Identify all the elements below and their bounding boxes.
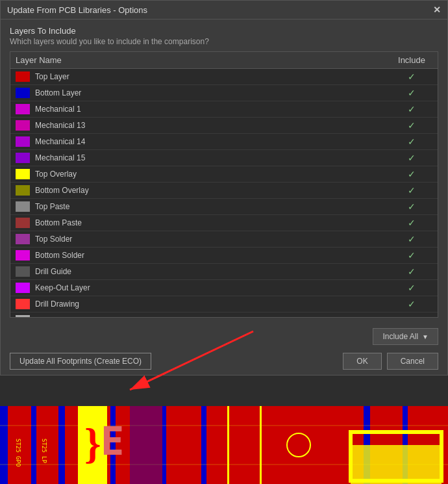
table-row: Mechanical 15✓ [10,150,438,166]
layer-color-swatch [16,315,30,318]
section-title: Layers To Include [10,26,438,36]
layer-name-cell: Top Overlay [10,166,386,183]
svg-rect-3 [58,406,65,484]
svg-text:E: E [101,418,124,464]
layer-name-text: Mechanical 14 [35,137,85,146]
layer-name-cell: Mechanical 13 [10,118,386,134]
include-checkbox[interactable]: ✓ [386,150,438,166]
include-all-button[interactable]: Include All ▼ [373,328,438,345]
table-header-row: Layer Name Include [10,52,438,69]
layer-name-text: Mechanical 15 [35,153,85,162]
include-all-wrapper: Include All ▼ [1,323,447,348]
layer-table: Layer Name Include Top Layer✓Bottom Laye… [10,52,438,318]
layer-color-swatch [16,250,30,261]
layer-name-text: Top Overlay [35,170,77,179]
layer-color-swatch [16,136,30,147]
svg-rect-2 [31,406,36,484]
layer-name-cell: Mechanical 15 [10,150,386,166]
include-checkbox[interactable]: ✓ [386,183,438,199]
layer-color-swatch [16,88,30,98]
include-checkbox[interactable]: ✓ [386,134,438,150]
layer-name-text: Mechanical 13 [35,121,85,130]
title-bar: Update From PCB Libraries - Options ✕ [1,1,447,19]
layer-color-swatch [16,120,30,131]
include-checkbox[interactable]: ✓ [386,248,438,264]
table-row: Bottom Layer✓ [10,85,438,101]
col-layer-name: Layer Name [10,52,386,69]
dropdown-arrow-icon: ▼ [422,333,429,340]
include-checkbox[interactable]: ✓ [386,280,438,296]
layer-name-text: Mechanical 1 [35,105,81,114]
layer-name-text: Drill Guide [35,267,71,276]
layer-color-swatch [16,185,30,196]
table-row: Bottom Overlay✓ [10,183,438,199]
layer-name-cell: Mechanical 1 [10,101,386,118]
layer-name-cell: Bottom Overlay [10,183,386,199]
update-footprints-button[interactable]: Update All Footprints (Create ECO) [10,353,151,370]
layer-name-text: Bottom Layer [35,88,81,97]
svg-rect-20 [260,406,262,484]
pcb-background: ST25 GPO ST25 LP E E } [0,406,448,484]
include-checkbox[interactable]: ✓ [386,85,438,101]
layer-color-swatch [16,218,30,228]
layer-name-text: Drill Drawing [35,299,79,309]
table-row: Keep-Out Layer✓ [10,280,438,296]
table-row: Multi-Layer✓ [10,312,438,318]
svg-rect-19 [227,406,229,484]
include-checkbox[interactable]: ✓ [386,215,438,231]
layer-name-cell: Top Solder [10,231,386,248]
table-row: Mechanical 14✓ [10,134,438,150]
layer-color-swatch [16,201,30,212]
layer-rows: Top Layer✓Bottom Layer✓Mechanical 1✓Mech… [10,69,438,318]
table-row: Bottom Solder✓ [10,248,438,264]
layer-name-text: Multi-Layer [35,316,73,318]
table-row: Mechanical 13✓ [10,118,438,134]
svg-rect-18 [130,406,162,484]
table-row: Top Solder✓ [10,231,438,248]
include-checkbox[interactable]: ✓ [386,69,438,85]
svg-text:}: } [84,420,101,467]
ok-cancel-buttons: OK Cancel [343,353,438,370]
close-button[interactable]: ✕ [433,5,441,15]
layer-color-swatch [16,169,30,179]
include-checkbox[interactable]: ✓ [386,312,438,318]
svg-rect-6 [201,406,206,484]
include-checkbox[interactable]: ✓ [386,199,438,215]
layer-color-swatch [16,71,30,82]
layer-name-cell: Mechanical 14 [10,134,386,150]
include-checkbox[interactable]: ✓ [386,166,438,183]
layer-color-swatch [16,266,30,277]
layer-name-text: Bottom Overlay [35,186,89,195]
svg-text:ST25 GPO: ST25 GPO [15,439,21,466]
table-row: Mechanical 1✓ [10,101,438,118]
include-all-label: Include All [382,332,418,341]
include-checkbox[interactable]: ✓ [386,101,438,118]
layer-name-text: Top Paste [35,202,69,211]
main-dialog: Update From PCB Libraries - Options ✕ La… [0,0,448,376]
svg-rect-1 [0,406,8,484]
layer-name-cell: Keep-Out Layer [10,280,386,296]
include-checkbox[interactable]: ✓ [386,231,438,248]
include-checkbox[interactable]: ✓ [386,264,438,280]
layer-name-cell: Bottom Layer [10,85,386,101]
layer-name-cell: Bottom Solder [10,248,386,264]
layer-table-container: Layer Name Include Top Layer✓Bottom Laye… [10,51,438,318]
layer-name-text: Keep-Out Layer [35,283,90,292]
layer-color-swatch [16,299,30,309]
svg-text:ST25 LP: ST25 LP [41,439,47,464]
include-checkbox[interactable]: ✓ [386,118,438,134]
layer-name-text: Top Layer [35,72,69,81]
dialog-title: Update From PCB Libraries - Options [7,5,147,15]
layer-name-cell: Drill Guide [10,264,386,280]
layer-color-swatch [16,283,30,293]
table-row: Drill Drawing✓ [10,296,438,312]
layer-name-cell: Top Layer [10,69,386,85]
layer-name-cell: Top Paste [10,199,386,215]
cancel-button[interactable]: Cancel [387,353,438,370]
dialog-content: Layers To Include Which layers would you… [1,19,447,323]
include-checkbox[interactable]: ✓ [386,296,438,312]
layer-name-cell: Multi-Layer [10,312,386,318]
layer-color-swatch [16,153,30,163]
layer-name-text: Bottom Solder [35,251,84,260]
ok-button[interactable]: OK [343,353,381,370]
